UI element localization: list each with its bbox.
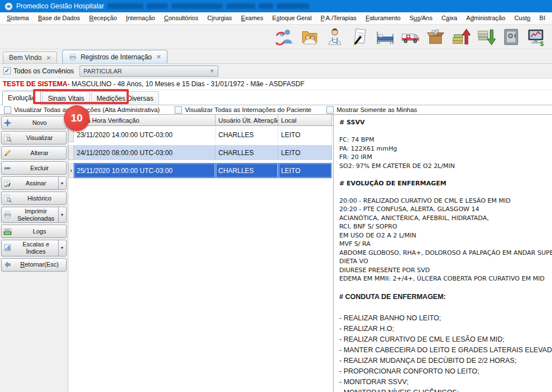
note-line: - PROPORCIONAR CONFORTO NO LEITO; — [339, 366, 552, 377]
menu-item-cirurgias[interactable]: Cirurgias — [205, 12, 234, 24]
table-row[interactable]: 23/11/2020 14:00:00 UTC-03:00CHARLLESLEI… — [68, 127, 333, 142]
row-marker — [68, 127, 74, 142]
menu-item-recepcao[interactable]: Recepção — [87, 12, 119, 24]
table-row[interactable]: ›25/11/2020 10:00:00 UTC-03:00CHARLLESLE… — [68, 163, 333, 178]
button-label: Visualizar — [13, 134, 66, 142]
menu-item-consultorios[interactable]: Consultórios — [162, 12, 200, 24]
ambulance-icon[interactable] — [399, 26, 421, 48]
hospital-bed-icon[interactable] — [374, 26, 396, 48]
view-filter-mostrar-somente-as-minhas[interactable]: Mostrar Somente as Minhas — [326, 106, 417, 114]
note-line: - MONITORAR SSVV; — [339, 377, 552, 388]
tab-label: Bem Vindo — [9, 54, 41, 62]
button-historico[interactable]: Histórico — [1, 192, 67, 205]
close-icon[interactable]: ✕ — [46, 55, 50, 61]
menu-item-caixa[interactable]: Caixa — [439, 12, 460, 24]
sync-users-icon[interactable] — [273, 26, 295, 48]
close-icon[interactable]: ✕ — [156, 54, 161, 60]
tab-registros-de-internacao[interactable]: Registros de Internação✕ — [62, 50, 167, 63]
row-marker — [68, 145, 74, 160]
edit-icon — [3, 148, 13, 157]
checkbox[interactable] — [4, 106, 11, 114]
bi-monitor-icon[interactable]: $ — [525, 26, 547, 48]
svg-text:$: $ — [540, 39, 544, 46]
records-grid: Data Hora VerificaçãoUsuário Últ. Altera… — [68, 115, 333, 392]
note-line: FR: 20 IRM — [339, 153, 552, 162]
column-header-usuario-ult-alteracao[interactable]: Usuário Últ. Alteração — [216, 115, 278, 125]
toolbar-icons: $ — [273, 26, 547, 48]
insurance-select[interactable]: PARTICULAR ▼ — [79, 66, 218, 77]
dropdown-arrow-icon[interactable]: ▼ — [58, 240, 66, 255]
note-line: # SSVV — [339, 118, 552, 127]
row-marker: › — [68, 163, 74, 178]
note-line: PA: 122X61 mmHg — [339, 144, 552, 153]
button-logs[interactable]: Logs — [1, 225, 67, 238]
contract-icon[interactable] — [349, 26, 371, 48]
button-novo[interactable]: Novo — [1, 116, 67, 129]
button-imprimir-selecionadas[interactable]: Imprimir Selecionadas▼ — [1, 207, 67, 223]
cell-datetime: 23/11/2020 14:00:00 UTC-03:00 — [74, 127, 216, 142]
menu-item-sistema[interactable]: Sistema — [4, 12, 31, 24]
all-insurances-checkbox[interactable]: ✓ — [3, 67, 11, 74]
patient-info-bar: TESTE DE SISTEMA - MASCULINO - 48 Anos, … — [0, 78, 552, 90]
menu-item-internacao[interactable]: Internação — [124, 12, 157, 24]
note-line: MVF S/ RA — [339, 240, 552, 249]
column-header-local[interactable]: Local — [278, 115, 332, 125]
insurance-filter-row: ✓ Todos os Convênios PARTICULAR ▼ — [0, 64, 552, 78]
button-label: Alterar — [13, 149, 66, 157]
button-label: Escalas e Índices — [13, 240, 58, 255]
view-filter-visualizar-todas-as-internacoes-do-paciente[interactable]: Visualizar Todas as Internações do Pacie… — [175, 106, 311, 114]
menu-item-faturamento[interactable]: Faturamento — [363, 12, 403, 24]
money-out-icon[interactable] — [475, 26, 497, 48]
subtab-evolucao[interactable]: Evolução — [2, 91, 41, 105]
view-filter-visualizar-todas-as-evolucoes-alta-administrativa[interactable]: Visualizar Todas as Evoluções (Alta Admi… — [4, 106, 160, 114]
note-line: EDEMA EM MMII: 2+/4+, ÚLCERA COBERTA POR… — [339, 274, 552, 283]
menu-item-bi[interactable]: BI — [537, 12, 548, 24]
menu-item-base-de-dados[interactable]: Base de Dados — [36, 12, 82, 24]
note-line: DIURESE PRESENTE POR SVD — [339, 266, 552, 275]
back-icon — [3, 260, 13, 269]
dropdown-arrow-icon[interactable]: ▼ — [58, 177, 66, 189]
note-line: ABDOME GLOBOSO, RHA+, DOLOROSO A PALPAÇÃ… — [339, 249, 552, 258]
button-alterar[interactable]: Alterar — [1, 146, 67, 160]
menu-item-sus-ans[interactable]: Sus/Ans — [407, 12, 434, 24]
action-sidebar: NovoVisualizarAlterarExcluirAssinar▼Hist… — [0, 115, 68, 392]
menu-item-estoque-geral[interactable]: Estoque Geral — [270, 12, 314, 24]
patient-details: - MASCULINO - 48 Anos, 10 Meses e 15 Dia… — [67, 80, 305, 88]
subtab-medicoes-diversas[interactable]: Medições Diversas — [91, 91, 159, 105]
column-header-data-hora-verificacao[interactable]: Data Hora Verificação — [74, 115, 216, 125]
cell-user: CHARLLES — [216, 163, 278, 178]
dropdown-arrow-icon[interactable]: ▼ — [58, 207, 66, 222]
view-icon — [3, 133, 13, 142]
insurance-select-value: PARTICULAR — [83, 68, 122, 74]
menu-item-p-a-terapias[interactable]: P.A./Terapias — [319, 12, 359, 24]
menu-item-custo[interactable]: Custo — [512, 12, 533, 24]
redacted-text — [147, 3, 168, 9]
menu-item-administracao[interactable]: Administração — [464, 12, 508, 24]
button-assinar[interactable]: Assinar▼ — [1, 176, 67, 190]
button-excluir[interactable]: Excluir — [1, 161, 67, 175]
button-retornar-esc[interactable]: Retornar(Esc) — [1, 258, 67, 272]
money-in-icon[interactable] — [450, 26, 471, 48]
tab-label: Registros de Internação — [81, 53, 152, 61]
doctor-icon[interactable] — [324, 26, 345, 48]
sign-icon — [3, 179, 13, 188]
redacted-text — [277, 3, 309, 9]
tab-bem-vindo[interactable]: Bem Vindo✕ — [3, 52, 57, 63]
title-bar: Promedico Gestão Hospitalar — [0, 0, 552, 12]
table-row[interactable]: 24/11/2020 08:00:00 UTC-03:00CHARLLESLEI… — [68, 145, 333, 160]
button-escalas-e-indices[interactable]: Escalas e Índices▼ — [1, 240, 67, 256]
app-icon — [4, 2, 13, 11]
document-tab-strip: Bem Vindo✕Registros de Internação✕ — [0, 49, 552, 64]
checkbox[interactable] — [175, 106, 182, 114]
patients-folder-icon[interactable] — [298, 26, 320, 48]
subtab-sinais-vitais[interactable]: Sinais Vitais — [42, 91, 90, 105]
checkbox[interactable] — [326, 106, 334, 114]
safe-icon[interactable] — [500, 26, 522, 48]
scales-icon — [3, 244, 13, 253]
cell-datetime: 25/11/2020 10:00:00 UTC-03:00 — [74, 163, 216, 178]
stock-supplies-icon[interactable] — [424, 26, 446, 48]
button-visualizar[interactable]: Visualizar — [1, 131, 67, 144]
grid-body: 23/11/2020 14:00:00 UTC-03:00CHARLLESLEI… — [68, 127, 333, 178]
menu-item-exames[interactable]: Exames — [238, 12, 265, 24]
note-line: 20:20 - PTE CONFUSA, ALERTA, GLASGOW 14 — [339, 205, 552, 214]
